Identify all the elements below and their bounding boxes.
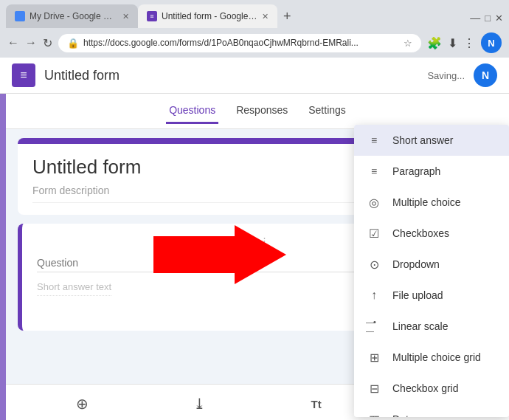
add-question-button[interactable]: ⊕ — [72, 390, 93, 417]
main-content: Questions Responses Settings Untitled fo… — [0, 94, 509, 420]
back-button[interactable]: ← — [7, 36, 19, 49]
address-text: https://docs.google.com/forms/d/1PoAB0nq… — [83, 38, 399, 48]
forms-favicon: ≡ — [147, 11, 157, 21]
dropdown-item-dropdown[interactable]: ⊙ Dropdown — [354, 249, 509, 280]
answer-hint: Short answer text — [37, 281, 111, 296]
tab-forms[interactable]: ≡ Untitled form - Google Forms ✕ — [138, 4, 277, 28]
address-bar[interactable]: 🔒 https://docs.google.com/forms/d/1PoAB0… — [58, 34, 421, 52]
app-bar: ≡ Untitled form Saving... N — [0, 58, 509, 94]
forms-tab-close[interactable]: ✕ — [262, 12, 269, 21]
lock-icon: 🔒 — [67, 38, 79, 49]
extension-icon[interactable]: 🧩 — [427, 36, 442, 50]
forms-tab-label: Untitled form - Google Forms — [162, 11, 257, 21]
file-upload-icon: ↑ — [366, 287, 382, 303]
checkboxes-label: Checkboxes — [392, 227, 449, 239]
close-button[interactable]: ✕ — [495, 13, 503, 24]
window-controls: — □ ✕ — [470, 12, 503, 28]
paragraph-label: Paragraph — [392, 165, 440, 177]
app-area: ≡ Untitled form Saving... N Questions Re… — [0, 58, 509, 420]
new-tab-button[interactable]: + — [277, 6, 297, 27]
multiple-choice-label: Multiple choice — [392, 196, 461, 208]
left-sidebar — [0, 94, 6, 420]
linear-scale-label: Linear scale — [392, 320, 449, 332]
profile-avatar[interactable]: N — [481, 32, 502, 53]
tab-questions[interactable]: Questions — [166, 98, 218, 124]
saving-status: Saving... — [427, 70, 465, 81]
date-icon: ▦ — [366, 411, 382, 417]
settings-icon[interactable]: ⋮ — [463, 36, 475, 50]
drive-favicon — [15, 11, 25, 21]
tab-settings[interactable]: Settings — [305, 98, 349, 124]
mc-grid-label: Multiple choice grid — [392, 351, 481, 363]
tab-bar: My Drive - Google Drive ✕ ≡ Untitled for… — [0, 0, 509, 28]
dropdown-item-short-answer[interactable]: ≡ Short answer — [354, 125, 509, 156]
dropdown-item-file-upload[interactable]: ↑ File upload — [354, 280, 509, 311]
download-icon[interactable]: ⬇ — [448, 36, 457, 50]
checkbox-grid-label: Checkbox grid — [392, 382, 459, 394]
reload-button[interactable]: ↻ — [43, 36, 52, 50]
paragraph-icon: ≡ — [366, 163, 382, 179]
drive-tab-label: My Drive - Google Drive — [30, 11, 118, 21]
dropdown-item-date[interactable]: ▦ Date — [354, 404, 509, 417]
checkboxes-icon: ☑ — [366, 225, 382, 241]
dropdown-menu: ≡ Short answer ≡ Paragraph ◎ Multiple ch… — [354, 125, 509, 417]
tab-responses[interactable]: Responses — [233, 98, 291, 124]
checkbox-grid-icon: ⊟ — [366, 380, 382, 396]
profile-avatar-app[interactable]: N — [474, 63, 497, 87]
tab-drive[interactable]: My Drive - Google Drive ✕ — [6, 4, 138, 28]
dropdown-item-checkbox-grid[interactable]: ⊟ Checkbox grid — [354, 373, 509, 404]
address-bar-row: ← → ↻ 🔒 https://docs.google.com/forms/d/… — [0, 28, 509, 58]
drive-tab-close[interactable]: ✕ — [122, 12, 129, 21]
dropdown-item-paragraph[interactable]: ≡ Paragraph — [354, 156, 509, 187]
dropdown-icon: ⊙ — [366, 256, 382, 272]
file-upload-label: File upload — [392, 289, 443, 301]
star-icon[interactable]: ☆ — [404, 38, 412, 49]
import-button[interactable]: ⤓ — [189, 390, 210, 417]
dropdown-item-mc-grid[interactable]: ⊞ Multiple choice grid — [354, 342, 509, 373]
add-text-button[interactable]: Tt — [307, 393, 326, 415]
date-label: Date — [392, 413, 415, 417]
dropdown-label: Dropdown — [392, 258, 440, 270]
browser-chrome: My Drive - Google Drive ✕ ≡ Untitled for… — [0, 0, 509, 58]
maximize-button[interactable]: □ — [485, 13, 491, 24]
app-title: Untitled form — [44, 68, 418, 83]
forms-app-icon: ≡ — [12, 63, 35, 87]
form-tabs: Questions Responses Settings — [6, 94, 509, 129]
linear-scale-icon: —•— — [366, 318, 382, 334]
dropdown-item-linear-scale[interactable]: —•— Linear scale — [354, 311, 509, 342]
short-answer-label: Short answer — [392, 134, 453, 146]
short-answer-icon: ≡ — [366, 132, 382, 148]
dropdown-item-checkboxes[interactable]: ☑ Checkboxes — [354, 218, 509, 249]
forward-button[interactable]: → — [25, 36, 37, 49]
dropdown-item-multiple-choice[interactable]: ◎ Multiple choice — [354, 187, 509, 218]
mc-grid-icon: ⊞ — [366, 349, 382, 365]
minimize-button[interactable]: — — [470, 12, 480, 24]
multiple-choice-icon: ◎ — [366, 194, 382, 210]
forms-icon-symbol: ≡ — [20, 69, 27, 82]
